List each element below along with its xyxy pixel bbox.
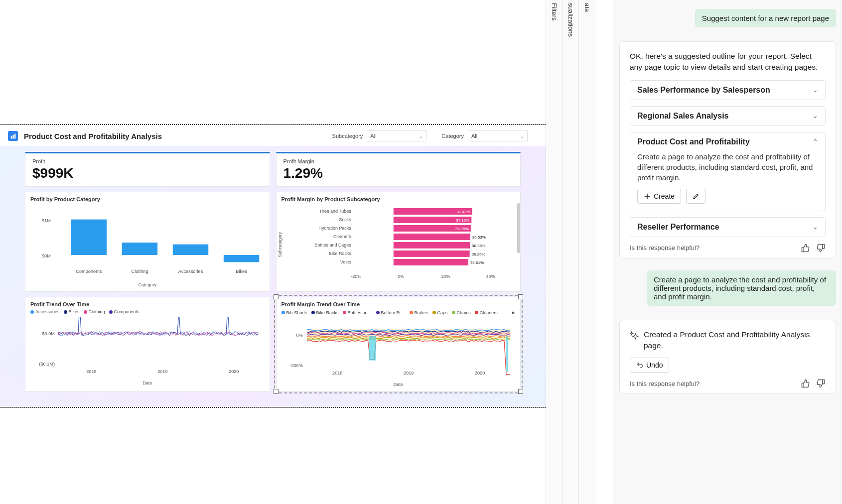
pane-data[interactable]: ata: [579, 0, 595, 504]
pencil-icon: [693, 193, 700, 200]
kpi-profit[interactable]: Profit $999K: [25, 152, 270, 187]
create-button[interactable]: Create: [637, 189, 681, 204]
chevron-down-icon: ⌄: [813, 86, 818, 94]
x-axis-label: Category: [30, 282, 265, 287]
kpi-profit-margin[interactable]: Profit Margin 1.29%: [276, 152, 521, 187]
svg-rect-6: [122, 243, 157, 255]
line-chart-svg: 0% -200% 201820192020: [281, 319, 516, 379]
svg-text:36.26%: 36.26%: [471, 252, 485, 256]
svg-text:Bikes: Bikes: [236, 269, 247, 274]
svg-text:2020: 2020: [229, 369, 239, 374]
slicer-dropdown-subcategory[interactable]: All ⌄: [367, 130, 426, 141]
sparkle-icon: [630, 331, 639, 340]
chart-legend: AccessoriesBikesClothingComponents: [30, 309, 265, 314]
page-separator: [0, 406, 546, 409]
chart-title: Profit Margin by Product Subcategory: [281, 196, 516, 202]
chart-title: Profit Trend Over Time: [30, 301, 265, 307]
svg-text:$0.0M: $0.0M: [42, 331, 55, 336]
thumbs-up-icon[interactable]: [801, 378, 811, 388]
svg-text:-200%: -200%: [289, 363, 303, 368]
chevron-up-icon: ⌃: [813, 138, 818, 145]
svg-text:0%: 0%: [296, 333, 302, 338]
svg-text:37.12%: 37.12%: [456, 218, 469, 223]
svg-text:36.53%: 36.53%: [472, 235, 485, 240]
kpi-title: Profit Margin: [283, 158, 514, 164]
suggestion-reseller-performance[interactable]: Reseller Performance⌄: [630, 217, 826, 237]
pane-visualizations[interactable]: sualizations: [562, 0, 579, 504]
chart-profit-margin-trend[interactable]: Profit Margin Trend Over Time Bib-Shorts…: [276, 297, 521, 391]
svg-text:2020: 2020: [474, 371, 484, 376]
collapsed-panes: Filters sualizations ata: [546, 0, 613, 504]
x-axis-label: Date: [281, 382, 516, 387]
svg-text:Clothing: Clothing: [132, 269, 148, 274]
suggestion-regional-sales[interactable]: Regional Sales Analysis⌄: [630, 106, 826, 126]
chart-scrollbar[interactable]: [517, 203, 520, 253]
hbar-chart-svg: Tires and Tubes37.43%Socks37.12%Hydratio…: [281, 204, 516, 281]
user-message: Create a page to analyze the cost and pr…: [647, 270, 836, 306]
svg-text:2018: 2018: [332, 371, 342, 376]
report-page: Product Cost and Profitability Analysis …: [0, 126, 546, 406]
svg-text:Cleaners: Cleaners: [333, 234, 351, 239]
svg-text:Vests: Vests: [340, 259, 351, 264]
svg-rect-7: [173, 245, 208, 255]
svg-text:37.43%: 37.43%: [456, 210, 470, 214]
suggestion-sales-performance[interactable]: Sales Performance by Salesperson⌄: [630, 80, 826, 100]
kpi-value: 1.29%: [283, 165, 514, 181]
user-message: Suggest content for a new report page: [695, 9, 836, 27]
report-chart-icon: [8, 131, 18, 141]
svg-rect-46: [369, 336, 376, 361]
chart-profit-by-category[interactable]: Profit by Product Category $1M $0M Compo…: [25, 192, 270, 292]
svg-text:($0.1M): ($0.1M): [39, 362, 55, 367]
chart-title: Profit by Product Category: [30, 196, 265, 202]
canvas-blank-area: [0, 0, 546, 124]
chart-profit-trend[interactable]: Profit Trend Over Time AccessoriesBikesC…: [25, 297, 270, 391]
svg-text:36.36%: 36.36%: [472, 244, 485, 248]
svg-rect-8: [224, 255, 259, 262]
report-header: Product Cost and Profitability Analysis …: [0, 126, 546, 146]
slicer-dropdown-category[interactable]: All ⌄: [468, 130, 528, 141]
svg-rect-23: [393, 234, 470, 240]
pane-filters[interactable]: Filters: [546, 0, 562, 504]
slicer-category: Category All ⌄: [441, 130, 528, 141]
ai-created-card: Created a Product Cost and Profitability…: [619, 320, 836, 394]
svg-rect-1: [12, 135, 13, 138]
feedback-prompt: Is this response helpful?: [630, 244, 700, 252]
suggestion-product-cost[interactable]: Product Cost and Profitability⌃ Create a…: [630, 132, 826, 211]
svg-rect-26: [393, 242, 469, 249]
undo-button[interactable]: Undo: [630, 358, 669, 373]
svg-text:$0M: $0M: [42, 253, 51, 258]
svg-rect-47: [506, 336, 508, 372]
svg-text:20%: 20%: [441, 274, 450, 279]
ai-intro-text: OK, here's a suggested outline for your …: [630, 51, 826, 73]
thumbs-down-icon[interactable]: [816, 243, 826, 253]
kpi-value: $999K: [32, 165, 263, 181]
svg-text:Hydration Packs: Hydration Packs: [318, 226, 351, 231]
svg-text:36.79%: 36.79%: [455, 227, 468, 231]
svg-text:0%: 0%: [398, 274, 404, 279]
slicer-subcategory: Subcategory All ⌄: [332, 130, 427, 141]
svg-text:Socks: Socks: [339, 217, 351, 222]
x-axis-label: Date: [30, 380, 265, 385]
svg-text:Bottles and Cages: Bottles and Cages: [314, 243, 351, 248]
line-chart-svg: $0.0M ($0.1M) 201820192020: [30, 317, 265, 378]
svg-rect-5: [71, 220, 107, 255]
chart-profit-margin-subcategory[interactable]: Profit Margin by Product Subcategory Sub…: [276, 192, 521, 292]
svg-text:2019: 2019: [403, 371, 413, 376]
feedback-prompt: Is this response helpful?: [630, 380, 700, 387]
svg-text:Components: Components: [76, 269, 102, 274]
y-axis-label: Subcategory: [278, 232, 282, 257]
chevron-down-icon: ⌄: [419, 133, 423, 139]
chevron-down-icon: ⌄: [813, 112, 818, 120]
edit-button[interactable]: [686, 189, 706, 204]
svg-rect-0: [10, 136, 11, 138]
undo-icon: [636, 362, 643, 369]
thumbs-down-icon[interactable]: [816, 378, 826, 388]
svg-text:Bike Racks: Bike Racks: [328, 251, 351, 256]
svg-text:-20%: -20%: [351, 274, 361, 279]
chevron-down-icon: ⌄: [813, 223, 818, 231]
ai-response-card: OK, here's a suggested outline for your …: [619, 41, 836, 258]
slicer-label: Subcategory: [332, 133, 363, 139]
svg-text:$1M: $1M: [42, 218, 51, 223]
svg-rect-29: [393, 251, 469, 257]
thumbs-up-icon[interactable]: [801, 243, 811, 253]
